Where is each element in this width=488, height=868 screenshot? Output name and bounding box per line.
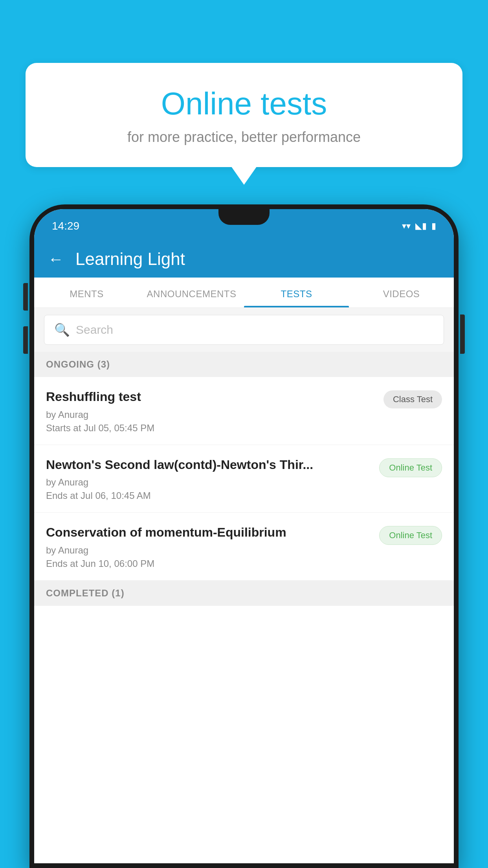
tab-videos[interactable]: VIDEOS: [349, 278, 454, 307]
test-list: Reshuffling test by Anurag Starts at Jul…: [34, 377, 454, 863]
test-item[interactable]: Newton's Second law(contd)-Newton's Thir…: [34, 445, 454, 513]
app-title: Learning Light: [75, 249, 185, 269]
power-button: [460, 314, 465, 354]
test-info: Conservation of momentum-Equilibrium by …: [46, 524, 371, 569]
test-badge: Online Test: [379, 458, 442, 477]
volume-down-button: [23, 326, 28, 354]
tab-announcements[interactable]: ANNOUNCEMENTS: [139, 278, 244, 307]
speech-bubble: Online tests for more practice, better p…: [26, 63, 462, 167]
tab-bar: MENTS ANNOUNCEMENTS TESTS VIDEOS: [34, 278, 454, 308]
app-bar: ← Learning Light: [34, 241, 454, 278]
search-container: 🔍 Search: [34, 308, 454, 352]
status-time: 14:29: [52, 220, 79, 232]
signal-icon: ◣▮: [415, 221, 427, 231]
test-name: Conservation of momentum-Equilibrium: [46, 524, 371, 541]
phone-screen: 14:29 ▾▾ ◣▮ ▮ ← Learning Light MENTS ANN…: [34, 209, 454, 863]
test-date: Ends at Jun 10, 06:00 PM: [46, 558, 371, 569]
search-placeholder: Search: [76, 323, 113, 337]
test-badge: Class Test: [383, 390, 442, 408]
test-info: Newton's Second law(contd)-Newton's Thir…: [46, 457, 371, 502]
search-bar[interactable]: 🔍 Search: [44, 315, 444, 345]
test-badge: Online Test: [379, 526, 442, 545]
test-date: Starts at Jul 05, 05:45 PM: [46, 423, 376, 434]
test-item[interactable]: Reshuffling test by Anurag Starts at Jul…: [34, 377, 454, 445]
test-name: Reshuffling test: [46, 389, 376, 405]
test-date: Ends at Jul 06, 10:45 AM: [46, 490, 371, 501]
bubble-title: Online tests: [45, 86, 443, 121]
test-author: by Anurag: [46, 477, 371, 488]
notch: [218, 209, 270, 225]
back-button[interactable]: ←: [48, 250, 64, 268]
test-info: Reshuffling test by Anurag Starts at Jul…: [46, 389, 376, 434]
battery-icon: ▮: [431, 221, 436, 231]
search-icon: 🔍: [54, 322, 70, 337]
bubble-subtitle: for more practice, better performance: [45, 129, 443, 145]
tab-tests[interactable]: TESTS: [244, 278, 349, 307]
test-name: Newton's Second law(contd)-Newton's Thir…: [46, 457, 371, 473]
tab-ments[interactable]: MENTS: [34, 278, 139, 307]
test-author: by Anurag: [46, 545, 371, 556]
phone-frame: 14:29 ▾▾ ◣▮ ▮ ← Learning Light MENTS ANN…: [29, 204, 459, 868]
wifi-icon: ▾▾: [402, 221, 411, 231]
volume-up-button: [23, 283, 28, 311]
ongoing-section-label: ONGOING (3): [34, 352, 454, 377]
test-author: by Anurag: [46, 409, 376, 420]
status-bar: 14:29 ▾▾ ◣▮ ▮: [34, 209, 454, 241]
test-item[interactable]: Conservation of momentum-Equilibrium by …: [34, 513, 454, 581]
status-icons: ▾▾ ◣▮ ▮: [402, 221, 436, 231]
completed-section-label: COMPLETED (1): [34, 581, 454, 606]
